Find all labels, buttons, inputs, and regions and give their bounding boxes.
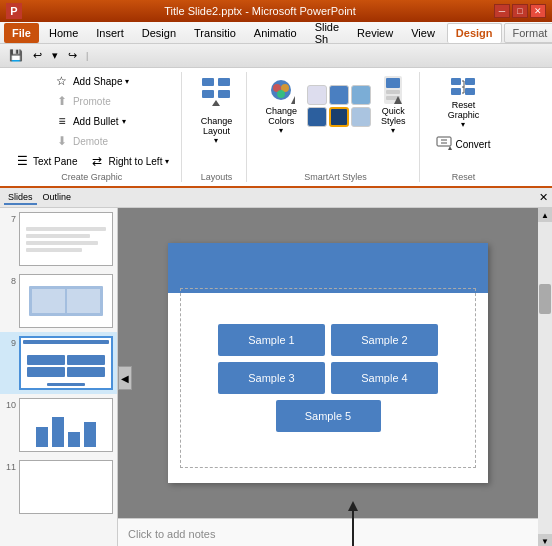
title-bar: P Title Slide2.pptx - Microsoft PowerPoi… — [0, 0, 552, 22]
change-colors-icon — [267, 76, 295, 106]
reset-graphic-button[interactable]: ResetGraphic ▾ — [432, 72, 494, 133]
panel-close-button[interactable]: ✕ — [539, 191, 548, 204]
style-swatch-3[interactable] — [351, 85, 371, 105]
redo-button[interactable]: ↪ — [65, 47, 80, 64]
add-shape-button[interactable]: ☆ Add Shape ▾ — [50, 72, 134, 90]
arrow-indicator — [348, 501, 358, 546]
notes-area[interactable]: Click to add notes — [118, 518, 538, 546]
tab-format[interactable]: Format — [504, 23, 552, 43]
scroll-down-button[interactable]: ▼ — [538, 534, 552, 546]
convert-button[interactable]: Convert — [432, 135, 494, 153]
slide-thumb-7[interactable]: 7 — [0, 208, 117, 270]
add-bullet-button[interactable]: ≡ Add Bullet ▾ — [50, 112, 134, 130]
outline-tab[interactable]: Outline — [39, 191, 76, 205]
style-swatch-2[interactable] — [329, 85, 349, 105]
slide-10-preview — [19, 398, 113, 452]
svg-rect-15 — [451, 78, 461, 85]
svg-rect-1 — [218, 78, 230, 86]
menu-review[interactable]: Review — [349, 23, 401, 43]
slide-thumb-9[interactable]: 9 — [0, 332, 117, 394]
slide-thumb-11[interactable]: 11 — [0, 456, 117, 518]
layouts-label: Layouts — [201, 170, 233, 182]
arrow-head — [348, 501, 358, 511]
smartart-cell-5[interactable]: Sample 5 — [276, 400, 381, 432]
menu-design[interactable]: Design — [134, 23, 184, 43]
panel-toggle-arrow[interactable]: ◀ — [118, 366, 132, 390]
text-pane-button[interactable]: ☰ Text Pane — [10, 152, 81, 170]
slides-tab[interactable]: Slides — [4, 191, 37, 205]
text-pane-icon: ☰ — [14, 153, 30, 169]
demote-button[interactable]: ⬇ Demote — [50, 132, 134, 150]
slide-thumb-10[interactable]: 10 — [0, 394, 117, 456]
svg-marker-4 — [212, 100, 220, 106]
svg-rect-12 — [386, 90, 400, 94]
menu-insert[interactable]: Insert — [88, 23, 132, 43]
title-bar-text: Title Slide2.pptx - Microsoft PowerPoint — [26, 5, 494, 17]
arrow-line — [352, 511, 354, 546]
svg-rect-2 — [202, 90, 214, 98]
quick-styles-label: QuickStyles — [381, 106, 406, 126]
slide-9-preview — [19, 336, 113, 390]
save-button[interactable]: 💾 — [6, 47, 26, 64]
style-swatch-6[interactable] — [351, 107, 371, 127]
menu-file[interactable]: File — [4, 23, 39, 43]
slide-7-preview — [19, 212, 113, 266]
scroll-track — [538, 222, 552, 534]
slide-thumb-8[interactable]: 8 — [0, 270, 117, 332]
svg-point-8 — [277, 90, 285, 98]
svg-marker-22 — [448, 146, 452, 150]
reset-graphic-label: ResetGraphic — [448, 100, 480, 120]
smartart-cell-4[interactable]: Sample 4 — [331, 362, 438, 394]
content-area: Sample 1 Sample 2 Sample 3 Sample 4 Samp… — [118, 208, 538, 546]
layouts-group: ChangeLayout ▾ Layouts — [190, 72, 247, 182]
style-swatch-1[interactable] — [307, 85, 327, 105]
promote-button[interactable]: ⬆ Promote — [50, 92, 134, 110]
convert-icon — [436, 136, 452, 152]
slide-11-preview — [19, 460, 113, 514]
svg-rect-3 — [218, 90, 230, 98]
smartart-cell-3[interactable]: Sample 3 — [218, 362, 325, 394]
undo-button[interactable]: ↩ — [30, 47, 45, 64]
close-button[interactable]: ✕ — [530, 4, 546, 18]
tab-design[interactable]: Design — [447, 23, 502, 43]
menu-view[interactable]: View — [403, 23, 443, 43]
undo-dropdown[interactable]: ▾ — [49, 47, 61, 64]
minimize-button[interactable]: ─ — [494, 4, 510, 18]
slide-canvas: Sample 1 Sample 2 Sample 3 Sample 4 Samp… — [118, 208, 538, 518]
promote-icon: ⬆ — [54, 93, 70, 109]
menu-transitions[interactable]: Transitio — [186, 23, 244, 43]
app-icon: P — [6, 3, 22, 19]
style-swatch-4[interactable] — [307, 107, 327, 127]
change-layout-button[interactable]: ChangeLayout ▾ — [194, 72, 238, 149]
svg-rect-18 — [465, 88, 475, 95]
menu-home[interactable]: Home — [41, 23, 86, 43]
scroll-up-button[interactable]: ▲ — [538, 208, 552, 222]
menu-animations[interactable]: Animatio — [246, 23, 305, 43]
slide-header — [168, 243, 488, 293]
smartart-cell-1[interactable]: Sample 1 — [218, 324, 325, 356]
panel-controls: Slides Outline ✕ — [0, 188, 552, 208]
convert-label: Convert — [455, 139, 490, 150]
smartart-styles-group: ChangeColors ▾ — [255, 72, 420, 182]
scroll-thumb[interactable] — [539, 284, 551, 314]
svg-marker-9 — [291, 96, 295, 104]
right-to-left-icon: ⇄ — [89, 153, 105, 169]
change-colors-button[interactable]: ChangeColors ▾ — [259, 72, 303, 139]
change-layout-icon — [200, 76, 232, 114]
svg-rect-16 — [465, 78, 475, 85]
change-layout-label: ChangeLayout — [201, 116, 233, 136]
menu-slideshow[interactable]: Slide Sh — [307, 23, 347, 43]
change-colors-label: ChangeColors — [265, 106, 297, 126]
demote-icon: ⬇ — [54, 133, 70, 149]
svg-rect-0 — [202, 78, 214, 86]
quick-styles-button[interactable]: QuickStyles ▾ — [375, 72, 412, 139]
smartart-container[interactable]: Sample 1 Sample 2 Sample 3 Sample 4 Samp… — [180, 288, 476, 468]
maximize-button[interactable]: □ — [512, 4, 528, 18]
slide-8-preview — [19, 274, 113, 328]
create-graphic-items: ☆ Add Shape ▾ ⬆ Promote ≡ Add Bullet ▾ ⬇… — [50, 72, 134, 150]
slide-panel: 7 8 9 — [0, 208, 118, 546]
right-to-left-button[interactable]: ⇄ Right to Left ▾ — [85, 152, 173, 170]
smartart-cell-2[interactable]: Sample 2 — [331, 324, 438, 356]
add-shape-icon: ☆ — [54, 73, 70, 89]
style-swatch-5[interactable] — [329, 107, 349, 127]
